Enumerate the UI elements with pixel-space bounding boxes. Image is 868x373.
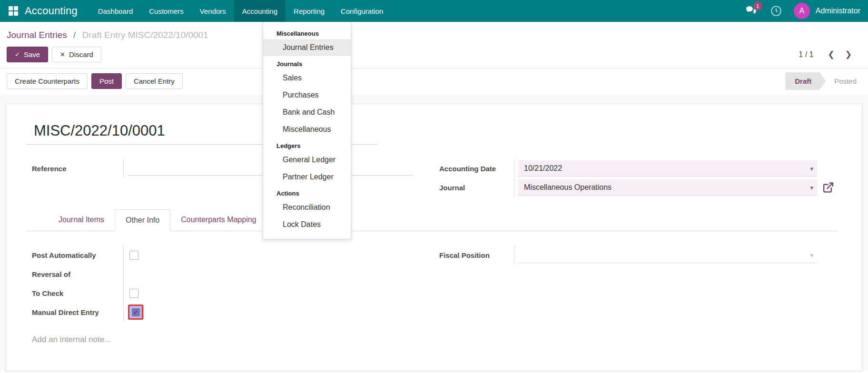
dropdown-item-lock-dates[interactable]: Lock Dates xyxy=(263,216,351,233)
manual-direct-entry-label: Manual Direct Entry xyxy=(26,303,124,322)
reversal-of-label: Reversal of xyxy=(26,265,124,284)
accounting-date-input[interactable]: 10/21/2022 ▾ xyxy=(518,160,817,177)
cancel-entry-button[interactable]: Cancel Entry xyxy=(126,73,183,89)
check-icon: ✓ xyxy=(15,51,20,58)
pager-next-button[interactable]: ❯ xyxy=(842,49,855,60)
external-link-icon[interactable] xyxy=(822,182,834,194)
activities-clock-icon[interactable] xyxy=(770,5,782,17)
dropdown-item-journal-entries[interactable]: Journal Entries xyxy=(263,39,351,56)
dropdown-item-sales[interactable]: Sales xyxy=(263,69,351,87)
dropdown-heading-actions: Actions xyxy=(263,186,351,199)
dropdown-heading-miscellaneous: Miscellaneous xyxy=(263,26,351,39)
post-button[interactable]: Post xyxy=(91,73,122,89)
menu-dashboard[interactable]: Dashboard xyxy=(90,0,141,22)
fiscal-position-select[interactable]: ▾ xyxy=(518,247,817,263)
accounting-app: Accounting Dashboard Customers Vendors A… xyxy=(0,0,868,373)
content-area: MISC/2022/10/0001 Reference Accounting D… xyxy=(0,94,868,371)
menu-configuration[interactable]: Configuration xyxy=(333,0,391,22)
top-menu: Dashboard Customers Vendors Accounting R… xyxy=(90,0,391,22)
to-check-row: To Check ✓ xyxy=(26,284,414,303)
accounting-date-value: 10/21/2022 xyxy=(524,164,562,173)
menu-customers[interactable]: Customers xyxy=(141,0,192,22)
topbar-right-tools: 1 A Administrator xyxy=(744,0,868,22)
dropdown-item-miscellaneous[interactable]: Miscellaneous xyxy=(263,121,351,138)
action-bar: Create Counterparts Post Cancel Entry Dr… xyxy=(0,68,868,94)
post-automatically-label: Post Automatically xyxy=(26,245,124,265)
other-info-panel: Post Automatically ✓ Reversal of To Chec… xyxy=(26,245,838,322)
user-menu[interactable]: A Administrator xyxy=(794,3,860,19)
journal-value: Miscellaneous Operations xyxy=(524,183,612,192)
journal-label: Journal xyxy=(434,178,514,197)
dropdown-heading-journals: Journals xyxy=(263,56,351,69)
checkmark-icon: ✓ xyxy=(132,308,140,316)
caret-down-icon[interactable]: ▾ xyxy=(810,165,813,172)
to-check-checkbox[interactable]: ✓ xyxy=(129,289,138,298)
save-button-label: Save xyxy=(24,50,40,59)
dropdown-item-partner-ledger[interactable]: Partner Ledger xyxy=(263,168,351,186)
breadcrumb-current: Draft Entry MISC/2022/10/0001 xyxy=(82,30,208,40)
breadcrumb-journal-entries[interactable]: Journal Entries xyxy=(7,30,67,40)
top-field-group: Reference Accounting Date 10/21/2022 ▾ J… xyxy=(26,159,838,197)
fiscal-position-label: Fiscal Position xyxy=(434,245,514,265)
accounting-dropdown-menu: Miscellaneous Journal Entries Journals S… xyxy=(263,22,351,239)
close-icon: ✕ xyxy=(60,51,65,58)
caret-down-icon[interactable]: ▾ xyxy=(810,184,813,191)
pager-previous-button[interactable]: ❮ xyxy=(825,49,838,60)
post-automatically-row: Post Automatically ✓ xyxy=(26,245,414,265)
control-panel-buttons-row: ✓ Save ✕ Discard 1 / 1 ❮ ❯ xyxy=(7,47,861,62)
pager-counter: 1 / 1 xyxy=(799,50,813,59)
apps-menu-icon[interactable] xyxy=(9,6,18,16)
dropdown-item-reconciliation[interactable]: Reconciliation xyxy=(263,199,351,216)
reference-label: Reference xyxy=(26,159,124,178)
save-button[interactable]: ✓ Save xyxy=(7,47,48,62)
journal-field-row: Journal Miscellaneous Operations ▾ xyxy=(434,178,838,197)
reference-field-row: Reference xyxy=(26,159,414,178)
internal-note-input[interactable]: Add an internal note... xyxy=(26,335,838,359)
user-name: Administrator xyxy=(816,7,860,15)
dropdown-item-bank-and-cash[interactable]: Bank and Cash xyxy=(263,104,351,121)
dropdown-item-general-ledger[interactable]: General Ledger xyxy=(263,151,351,168)
menu-reporting[interactable]: Reporting xyxy=(286,0,333,22)
caret-down-icon[interactable]: ▾ xyxy=(810,251,813,258)
avatar[interactable]: A xyxy=(794,3,810,19)
tab-other-info[interactable]: Other Info xyxy=(115,209,170,231)
post-automatically-checkbox[interactable]: ✓ xyxy=(129,251,138,260)
manual-direct-entry-row: Manual Direct Entry ✓ xyxy=(26,303,414,322)
discard-button-label: Discard xyxy=(69,50,93,59)
breadcrumb: Journal Entries / Draft Entry MISC/2022/… xyxy=(7,28,861,42)
dropdown-item-purchases[interactable]: Purchases xyxy=(263,87,351,104)
fiscal-position-row: Fiscal Position ▾ xyxy=(434,245,838,265)
control-panel: Journal Entries / Draft Entry MISC/2022/… xyxy=(0,22,868,68)
dropdown-heading-ledgers: Ledgers xyxy=(263,138,351,151)
messages-badge: 1 xyxy=(753,1,762,10)
form-sheet: MISC/2022/10/0001 Reference Accounting D… xyxy=(6,104,862,371)
status-posted[interactable]: Posted xyxy=(826,72,868,90)
status-draft[interactable]: Draft xyxy=(785,72,826,90)
accounting-date-field-row: Accounting Date 10/21/2022 ▾ xyxy=(434,159,838,178)
accounting-date-label: Accounting Date xyxy=(434,159,514,178)
breadcrumb-separator: / xyxy=(73,30,76,40)
messages-icon[interactable]: 1 xyxy=(744,5,759,17)
tab-counterparts-mapping[interactable]: Counterparts Mapping xyxy=(170,209,266,231)
top-navbar: Accounting Dashboard Customers Vendors A… xyxy=(0,0,868,22)
pager: 1 / 1 ❮ ❯ xyxy=(799,49,861,60)
tab-journal-items[interactable]: Journal Items xyxy=(48,209,115,231)
app-brand-title[interactable]: Accounting xyxy=(25,5,78,17)
journal-select[interactable]: Miscellaneous Operations ▾ xyxy=(518,179,817,196)
manual-direct-entry-checkbox[interactable]: ✓ xyxy=(129,306,142,318)
menu-vendors[interactable]: Vendors xyxy=(192,0,234,22)
notebook-tabs: Journal Items Other Info Counterparts Ma… xyxy=(26,209,838,231)
discard-button[interactable]: ✕ Discard xyxy=(52,47,101,62)
reversal-of-row: Reversal of xyxy=(26,265,414,284)
to-check-label: To Check xyxy=(26,284,124,303)
menu-accounting[interactable]: Accounting xyxy=(234,0,286,22)
statusbar: Draft Posted xyxy=(785,72,868,90)
brand-area: Accounting xyxy=(0,0,90,22)
create-counterparts-button[interactable]: Create Counterparts xyxy=(7,73,88,89)
